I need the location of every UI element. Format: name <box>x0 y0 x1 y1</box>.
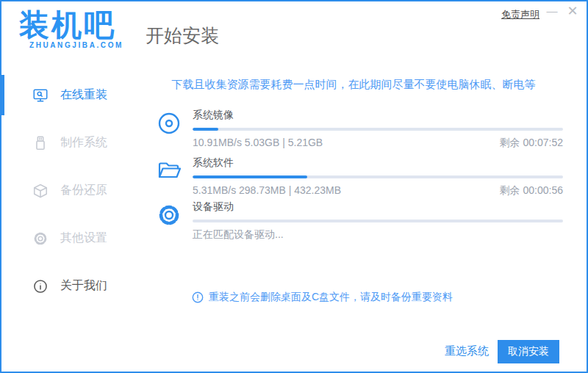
sidebar-item-backup-restore[interactable]: 备份还原 <box>1 167 141 214</box>
monitor-reinstall-icon <box>32 87 49 104</box>
disc-icon <box>156 110 182 137</box>
task-name: 系统镜像 <box>193 109 563 122</box>
sidebar-item-label: 备份还原 <box>60 183 107 198</box>
sidebar-item-label: 制作系统 <box>60 135 107 151</box>
progress-bar <box>193 175 563 178</box>
task-row-device-driver: 设备驱动 正在匹配设备驱动... <box>156 200 563 242</box>
gear-icon <box>32 231 49 247</box>
close-icon[interactable]: ✕ <box>564 3 581 19</box>
task-remaining: 剩余 00:07:52 <box>500 137 563 150</box>
app-window: 装机吧 ZHUANGJIBA.COM 开始安装 免责声明 — ✕ 在线重装 制作… <box>0 0 588 373</box>
usb-drive-icon <box>32 135 49 151</box>
task-remaining: 剩余 00:00:56 <box>500 184 563 198</box>
task-stats: 10.91MB/s 5.03GB | 5.21GB <box>193 137 323 150</box>
gear-icon <box>156 202 182 228</box>
task-name: 系统软件 <box>193 156 563 170</box>
sidebar-item-about-us[interactable]: 关于我们 <box>1 262 141 310</box>
progress-fill <box>193 128 218 131</box>
task-row-system-image: 系统镜像 10.91MB/s 5.03GB | 5.21GB 剩余 00:07:… <box>156 109 563 150</box>
sidebar-item-label: 在线重装 <box>60 87 107 103</box>
backup-note-text: 重装之前会删除桌面及C盘文件，请及时备份重要资料 <box>209 291 453 304</box>
task-status: 正在匹配设备驱动... <box>193 228 284 242</box>
app-logo: 装机吧 ZHUANGJIBA.COM <box>19 7 123 49</box>
download-warning-text: 下载且收集资源需要耗费一点时间，在此期间尽量不要使电脑休眠、断电等 <box>141 78 566 92</box>
reselect-system-button[interactable]: 重选系统 <box>445 344 489 358</box>
page-title: 开始安装 <box>146 23 219 48</box>
sidebar-item-make-system[interactable]: 制作系统 <box>1 119 141 167</box>
backup-box-icon <box>32 183 49 199</box>
sidebar-item-online-reinstall[interactable]: 在线重装 <box>1 71 141 119</box>
backup-note: 重装之前会删除桌面及C盘文件，请及时备份重要资料 <box>192 291 453 304</box>
minimize-icon[interactable]: — <box>544 3 560 19</box>
progress-bar <box>193 220 563 222</box>
task-stats: 5.31MB/s 298.73MB | 432.23MB <box>193 184 341 198</box>
sidebar-item-other-settings[interactable]: 其他设置 <box>1 214 141 262</box>
progress-bar <box>193 128 563 131</box>
cancel-install-button[interactable]: 取消安装 <box>498 340 559 363</box>
progress-fill <box>193 175 307 178</box>
sidebar: 在线重装 制作系统 备份还原 其他设置 关于我们 <box>1 71 141 310</box>
disclaimer-link[interactable]: 免责声明 <box>501 8 539 21</box>
active-indicator <box>0 75 4 115</box>
logo-domain-text: ZHUANGJIBA.COM <box>19 41 123 49</box>
task-row-system-software: 系统软件 5.31MB/s 298.73MB | 432.23MB 剩余 00:… <box>156 156 563 198</box>
sidebar-item-label: 其他设置 <box>60 231 107 246</box>
exclamation-circle-icon <box>192 291 204 303</box>
folder-icon <box>156 158 182 184</box>
logo-brand-text: 装机吧 <box>19 7 123 43</box>
sidebar-item-label: 关于我们 <box>60 278 107 294</box>
info-icon <box>32 278 49 294</box>
task-name: 设备驱动 <box>193 200 563 214</box>
